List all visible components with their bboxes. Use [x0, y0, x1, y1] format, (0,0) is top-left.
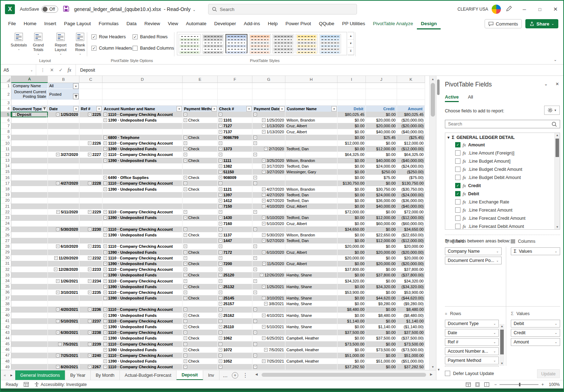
cell[interactable] — [11, 203, 48, 209]
zoom-in-icon[interactable]: + — [541, 382, 544, 387]
collapse-icon[interactable]: − — [253, 181, 257, 185]
cell[interactable]: −Check — [183, 232, 218, 238]
cell[interactable]: −7127 — [218, 123, 252, 129]
scroll-down-icon[interactable]: ▼ — [430, 364, 436, 370]
field-checkbox[interactable] — [455, 150, 460, 156]
collapse-icon[interactable]: − — [184, 113, 187, 116]
collapse-icon[interactable]: − — [56, 279, 60, 283]
filter-dropdown-icon[interactable]: ▾ — [177, 106, 182, 111]
menu-tab-home[interactable]: Home — [20, 18, 40, 29]
select-all-corner[interactable] — [1, 76, 11, 83]
cell[interactable] — [11, 169, 48, 175]
cell[interactable]: $0.00 — [366, 278, 397, 284]
empty-cell[interactable] — [397, 89, 425, 100]
cell[interactable] — [79, 203, 102, 209]
cell[interactable]: − — [183, 290, 218, 295]
collapse-icon[interactable]: − — [104, 336, 107, 340]
cell[interactable]: −1430 — [218, 215, 252, 220]
cell[interactable] — [11, 226, 48, 232]
gallery-up-button[interactable]: ▲ — [348, 32, 354, 40]
pill-document-type[interactable]: Document Type⌄ — [445, 320, 499, 327]
cell[interactable] — [11, 186, 48, 192]
collapse-icon[interactable]: − — [54, 268, 57, 271]
cell[interactable]: $60,000.00 — [366, 221, 397, 226]
collapse-icon[interactable]: − — [219, 336, 222, 340]
maximize-button[interactable]: □ — [532, 1, 548, 18]
cell[interactable] — [79, 129, 102, 135]
cell[interactable] — [102, 192, 183, 198]
filter-dropdown-icon[interactable]: ▾ — [246, 106, 252, 111]
cell[interactable]: $73,500.00 — [337, 341, 366, 347]
cell[interactable]: −7150 — [218, 203, 252, 209]
cell[interactable] — [11, 272, 48, 278]
cell[interactable] — [11, 221, 48, 226]
collapse-icon[interactable]: − — [253, 176, 257, 179]
cell[interactable]: $0.00 — [337, 358, 366, 364]
cell[interactable]: $80,025.45 — [397, 112, 425, 117]
scroll-up-icon[interactable]: ▲ — [430, 76, 436, 82]
collapse-icon[interactable]: − — [219, 348, 222, 352]
cell[interactable]: −1110 · Company Checking Account — [102, 255, 183, 261]
cell[interactable] — [183, 129, 218, 135]
row-number-26[interactable]: 26 — [1, 232, 11, 238]
row-number-36[interactable]: 36 — [1, 290, 11, 295]
cell[interactable] — [102, 301, 183, 307]
collapse-icon[interactable]: − — [54, 256, 58, 260]
collapse-icon[interactable]: − — [219, 164, 222, 168]
collapse-icon[interactable]: − — [56, 153, 60, 156]
cell[interactable]: −2267 — [79, 364, 102, 370]
accessibility-status[interactable]: Accessibility: Investigate — [34, 382, 87, 387]
cell[interactable]: − — [252, 353, 285, 358]
row-number-25[interactable]: 25 — [1, 226, 11, 232]
collapse-icon[interactable]: − — [219, 354, 222, 357]
field-item-line-budget-amount[interactable]: fx.Line Budget Amount] — [445, 157, 560, 165]
empty-cell[interactable] — [337, 100, 366, 106]
collapse-icon[interactable]: − — [262, 336, 266, 340]
header-credit[interactable]: Credit — [366, 106, 397, 112]
fill-handle[interactable] — [46, 116, 48, 118]
cell[interactable]: −Check — [183, 261, 218, 267]
collapse-icon[interactable]: − — [264, 147, 268, 151]
cell[interactable]: − — [218, 341, 252, 347]
collapse-icon[interactable]: − — [219, 210, 222, 214]
collapse-icon[interactable]: − — [88, 365, 91, 369]
cell[interactable]: − — [183, 226, 218, 232]
cell[interactable] — [11, 158, 48, 163]
cell[interactable]: −1110 · Company Checking Account — [102, 140, 183, 146]
scroll-left-icon[interactable]: ◀ — [255, 373, 258, 376]
cell[interactable] — [11, 307, 48, 312]
collapse-icon[interactable]: − — [184, 228, 187, 231]
collapse-icon[interactable]: − — [219, 331, 222, 334]
cell[interactable]: −4/27/2020 — [252, 192, 285, 198]
sheet-tab-inv[interactable]: Inv — [203, 370, 219, 380]
cell[interactable]: − — [183, 112, 218, 117]
empty-cell[interactable] — [79, 83, 102, 89]
row-number-16[interactable]: 16 — [1, 175, 11, 180]
cell[interactable] — [11, 324, 48, 330]
cell[interactable] — [183, 163, 218, 169]
cell[interactable]: −1390 · Undeposited Funds — [102, 324, 183, 330]
cell[interactable] — [11, 123, 48, 129]
row-number-47[interactable]: 47 — [1, 353, 11, 358]
cell[interactable]: −1447 — [218, 238, 252, 243]
cell[interactable]: −6/30/2021 — [48, 330, 79, 335]
sheet-tab-by-year[interactable]: By Year — [65, 370, 91, 380]
cell[interactable]: −1072 — [218, 347, 252, 353]
cell[interactable]: $0.00 — [366, 112, 397, 117]
collapse-icon[interactable]: − — [253, 354, 257, 357]
cell[interactable]: −Check — [183, 146, 218, 152]
header-document-type[interactable]: Document Type — [11, 106, 48, 112]
cell[interactable]: −7/5/2021 — [48, 341, 79, 347]
cell[interactable]: ($12,000.00) — [397, 215, 425, 220]
collapse-icon[interactable]: − — [184, 279, 187, 283]
cell[interactable]: $51,000.00 — [397, 353, 425, 358]
cell[interactable] — [183, 301, 218, 307]
field-list-scroll-thumb[interactable] — [555, 139, 559, 157]
cell[interactable]: ($250.00) — [397, 169, 425, 175]
cell[interactable] — [48, 295, 79, 301]
column-header-B[interactable]: B — [48, 76, 79, 83]
empty-cell[interactable] — [366, 83, 397, 89]
enter-icon[interactable]: ✓ — [59, 67, 63, 73]
cell[interactable]: − — [183, 353, 218, 358]
cell[interactable]: ($40,000.00) — [397, 203, 425, 209]
